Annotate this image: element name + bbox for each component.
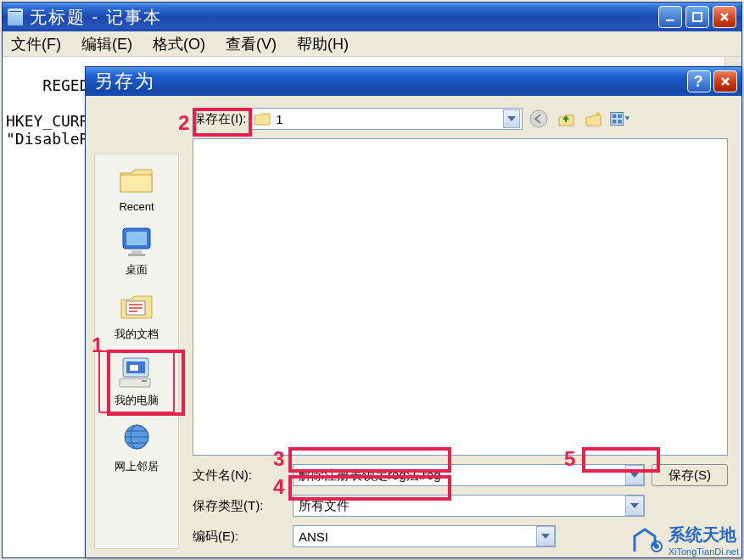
computer-icon	[116, 356, 157, 389]
place-label: 我的文档	[98, 327, 175, 342]
svg-rect-18	[618, 120, 623, 124]
svg-rect-15	[613, 114, 617, 118]
network-icon	[116, 422, 157, 456]
place-label: 网上邻居	[98, 459, 175, 474]
svg-rect-16	[618, 114, 623, 118]
encoding-label: 编码(E):	[193, 529, 286, 545]
folder-icon	[254, 111, 271, 126]
chevron-down-icon[interactable]	[625, 496, 644, 516]
svg-rect-17	[613, 120, 617, 124]
back-button[interactable]	[528, 108, 550, 130]
watermark-text-en: XiTongTianDi.net	[668, 546, 739, 557]
svg-rect-0	[666, 20, 674, 21]
menu-format[interactable]: 格式(O)	[153, 34, 205, 54]
svg-rect-10	[120, 378, 150, 387]
notepad-title: 无标题 - 记事本	[30, 6, 162, 29]
close-button[interactable]	[713, 6, 736, 28]
annotation-3: 3	[273, 447, 284, 471]
encoding-value: ANSI	[294, 529, 536, 544]
place-label: Recent	[98, 200, 175, 213]
folder-icon	[116, 163, 157, 197]
svg-rect-5	[128, 254, 145, 256]
svg-rect-11	[142, 380, 147, 382]
dialog-help-button[interactable]: ?	[687, 70, 711, 92]
watermark-logo-icon	[631, 526, 663, 555]
svg-rect-4	[131, 250, 142, 254]
place-desktop[interactable]: 桌面	[98, 221, 175, 281]
place-label: 我的电脑	[100, 393, 173, 408]
dialog-titlebar[interactable]: 另存为 ?	[86, 67, 741, 96]
maximize-button[interactable]	[685, 6, 709, 28]
dialog-top-toolbar: 保存在(I): 1	[186, 103, 733, 135]
place-network[interactable]: 网上邻居	[98, 418, 175, 478]
filename-input[interactable]: 解除注册表锁定reg法.reg	[293, 464, 645, 486]
up-one-level-button[interactable]	[555, 108, 577, 130]
file-list-area[interactable]	[193, 138, 728, 456]
save-in-value: 1	[276, 112, 503, 126]
notepad-menubar: 文件(F) 编辑(E) 格式(O) 查看(V) 帮助(H)	[3, 31, 741, 57]
filename-label: 文件名(N):	[193, 468, 286, 484]
chevron-down-icon[interactable]	[536, 526, 555, 546]
svg-rect-3	[126, 232, 147, 245]
places-bar: Recent 桌面 我的文档 我的电脑	[94, 154, 179, 549]
encoding-select[interactable]: ANSI	[293, 525, 556, 547]
place-my-computer[interactable]: 我的电脑	[98, 350, 175, 413]
watermark-text-cn: 系统天地	[668, 524, 739, 546]
svg-point-13	[530, 110, 547, 127]
place-documents[interactable]: 我的文档	[98, 286, 175, 345]
save-button[interactable]: 保存(S)	[652, 464, 728, 486]
chevron-down-icon[interactable]	[503, 109, 520, 128]
filetype-value: 所有文件	[294, 498, 625, 514]
svg-rect-9	[130, 365, 138, 371]
notepad-titlebar[interactable]: 无标题 - 记事本	[3, 3, 741, 31]
notepad-icon	[8, 8, 23, 25]
place-label: 桌面	[98, 262, 175, 277]
svg-rect-1	[693, 13, 702, 21]
save-as-dialog: 另存为 ? Recent 桌面	[85, 66, 742, 558]
views-button[interactable]	[609, 108, 631, 130]
filetype-label: 保存类型(T):	[193, 498, 286, 514]
documents-icon	[116, 289, 157, 323]
save-in-label: 保存在(I):	[193, 111, 246, 127]
filetype-select[interactable]: 所有文件	[293, 495, 645, 517]
minimize-button[interactable]	[658, 6, 682, 28]
annotation-5: 5	[564, 447, 575, 471]
annotation-1: 1	[92, 333, 103, 357]
dialog-title: 另存为	[94, 69, 155, 94]
annotation-4: 4	[273, 475, 284, 499]
chevron-down-icon[interactable]	[625, 465, 644, 485]
save-in-combo[interactable]: 1	[251, 108, 523, 130]
desktop-icon	[116, 225, 157, 259]
annotation-2: 2	[178, 111, 189, 135]
dialog-close-button[interactable]	[713, 70, 737, 92]
menu-help[interactable]: 帮助(H)	[297, 34, 349, 54]
menu-edit[interactable]: 编辑(E)	[81, 34, 132, 54]
new-folder-button[interactable]	[582, 108, 604, 130]
place-recent[interactable]: Recent	[98, 160, 175, 216]
menu-file[interactable]: 文件(F)	[11, 34, 61, 54]
watermark: 系统天地 XiTongTianDi.net	[631, 524, 739, 557]
menu-view[interactable]: 查看(V)	[226, 34, 277, 54]
